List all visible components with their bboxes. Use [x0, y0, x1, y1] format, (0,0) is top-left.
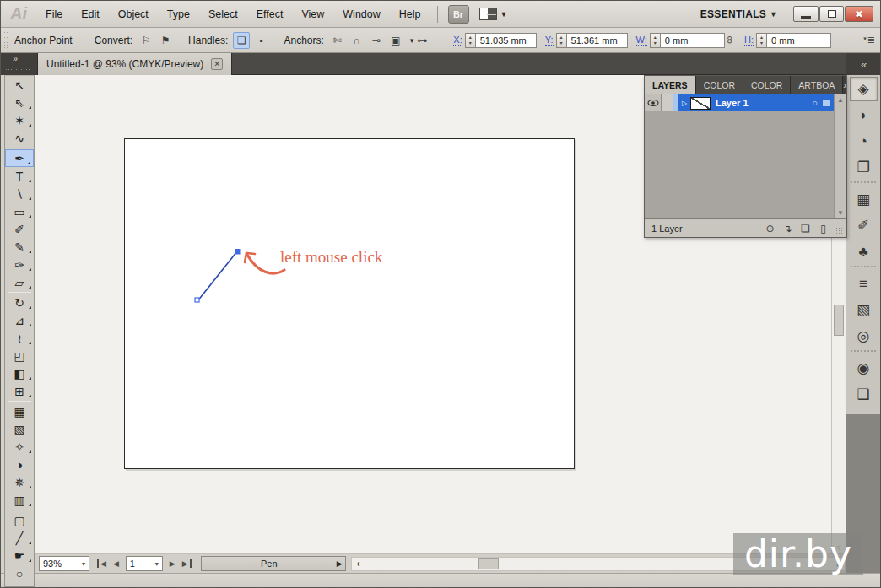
artboard-tool[interactable]: ▢: [5, 511, 34, 529]
new-sublayer-button[interactable]: ↴: [779, 223, 797, 235]
x-field[interactable]: 51.035 mm: [476, 33, 537, 48]
layer-name[interactable]: Layer 1: [716, 98, 749, 108]
menu-edit[interactable]: Edit: [72, 1, 109, 28]
minimize-button[interactable]: [793, 6, 819, 22]
w-field[interactable]: 0 mm: [661, 33, 725, 48]
arrange-documents-icon[interactable]: [479, 8, 497, 20]
new-layer-button[interactable]: ❏: [797, 223, 814, 235]
panel-tab-color[interactable]: COLOR: [743, 76, 791, 94]
selection-indicator[interactable]: [823, 100, 830, 106]
graphic-styles-panel-button[interactable]: ❑: [850, 382, 878, 407]
spin-up-icon[interactable]: ▴: [760, 35, 763, 40]
show-handles-icon[interactable]: ❏: [233, 32, 250, 49]
gradient-panel-button[interactable]: ▧: [850, 298, 878, 322]
horizontal-scrollbar-thumb[interactable]: [478, 558, 499, 569]
gradient-tool[interactable]: ▧: [5, 420, 34, 438]
first-artboard-button[interactable]: ◀: [97, 559, 110, 568]
selection-tool[interactable]: ↖: [5, 76, 34, 94]
launch-bridge-button[interactable]: Br: [448, 5, 469, 24]
scroll-up-icon[interactable]: ▲: [835, 96, 846, 104]
zoom-level-select[interactable]: 93% ▾: [39, 556, 89, 571]
spin-down-icon[interactable]: ▾: [760, 40, 763, 46]
type-tool[interactable]: T: [5, 167, 34, 185]
color-guide-panel-button[interactable]: ◔: [850, 129, 878, 154]
direct-selection-tool[interactable]: ⇖: [5, 94, 34, 111]
zoom-tool[interactable]: ○: [5, 564, 34, 582]
h-stepper[interactable]: ▴▾: [756, 33, 767, 48]
menu-type[interactable]: Type: [158, 1, 199, 28]
restore-button[interactable]: [819, 6, 844, 22]
spin-up-icon[interactable]: ▴: [469, 35, 472, 40]
swatches-panel-button[interactable]: ▦: [850, 187, 878, 212]
menu-object[interactable]: Object: [109, 1, 158, 28]
panel-tab-artboa[interactable]: ARTBOA: [791, 76, 843, 94]
mesh-tool[interactable]: ▦: [5, 402, 34, 420]
blob-brush-tool[interactable]: ✑: [5, 256, 34, 273]
isolate-selection-icon[interactable]: ▣: [387, 32, 404, 49]
paintbrush-tool[interactable]: ✐: [5, 220, 34, 238]
color-panel-button[interactable]: ◗: [850, 103, 878, 127]
layers-scrollbar[interactable]: ▲ ▼: [834, 94, 846, 218]
workspace-switcher[interactable]: ESSENTIALS ▼: [700, 8, 777, 20]
scale-tool[interactable]: ⊿: [5, 311, 34, 329]
scroll-down-icon[interactable]: ▼: [835, 209, 846, 217]
artboards-panel-button[interactable]: ❐: [850, 155, 878, 180]
pencil-tool[interactable]: ✎: [5, 238, 34, 256]
tab-overflow-icon[interactable]: »: [843, 79, 846, 91]
scroll-left-icon[interactable]: ‹: [352, 558, 365, 569]
hand-tool[interactable]: ☛: [5, 547, 34, 564]
document-tab[interactable]: Untitled-1 @ 93% (CMYK/Preview) ✕: [38, 53, 232, 75]
connect-endpoints-icon[interactable]: ⊸: [368, 32, 385, 49]
current-tool-status[interactable]: Pen ▶: [201, 556, 346, 571]
width-tool[interactable]: ≀: [5, 329, 34, 347]
symbols-panel-button[interactable]: ♣: [850, 240, 878, 264]
x-stepper[interactable]: ▴▾: [465, 33, 476, 48]
appearance-panel-button[interactable]: ◉: [850, 356, 878, 380]
eraser-tool[interactable]: ▱: [5, 273, 34, 291]
tab-close-button[interactable]: ✕: [211, 58, 223, 70]
lock-toggle[interactable]: [662, 94, 673, 111]
control-bar-grip[interactable]: [3, 31, 9, 50]
last-artboard-button[interactable]: ▶: [179, 559, 192, 568]
spin-up-icon[interactable]: ▴: [654, 35, 657, 40]
layer-row[interactable]: ▷ Layer 1 ○: [645, 94, 834, 111]
slice-tool[interactable]: ╱: [5, 529, 34, 547]
panel-tab-layers[interactable]: LAYERS: [645, 76, 696, 94]
spin-down-icon[interactable]: ▾: [560, 40, 563, 46]
y-field[interactable]: 51.361 mm: [567, 33, 628, 48]
panel-tab-color[interactable]: COLOR: [696, 76, 743, 94]
w-stepper[interactable]: ▴▾: [650, 33, 661, 48]
next-artboard-button[interactable]: ▶: [166, 559, 179, 568]
layers-panel-button[interactable]: ◈: [850, 77, 878, 101]
toolbox-drag-grip[interactable]: [5, 66, 30, 72]
hide-handles-icon[interactable]: ▪: [252, 32, 269, 49]
previous-artboard-button[interactable]: ◀: [110, 559, 122, 568]
menu-help[interactable]: Help: [390, 1, 430, 28]
magic-wand-tool[interactable]: ✶: [5, 111, 34, 129]
perspective-grid-tool[interactable]: ⊞: [5, 382, 34, 400]
spin-up-icon[interactable]: ▴: [560, 35, 563, 40]
make-clipping-mask-button[interactable]: ⊙: [761, 223, 779, 235]
toolbox-panel-header[interactable]: »: [1, 53, 38, 75]
column-graph-tool[interactable]: ▥: [5, 491, 34, 509]
visibility-toggle[interactable]: [645, 94, 662, 111]
eyedropper-tool[interactable]: ✧: [5, 438, 34, 456]
shape-builder-tool[interactable]: ◧: [5, 364, 34, 382]
pen-tool[interactable]: ✒: [5, 149, 34, 167]
spin-down-icon[interactable]: ▾: [469, 40, 472, 46]
brushes-panel-button[interactable]: ✐: [850, 213, 878, 238]
control-panel-menu-icon[interactable]: ▾ ≣: [863, 35, 875, 46]
y-stepper[interactable]: ▴▾: [556, 33, 567, 48]
spin-down-icon[interactable]: ▾: [654, 40, 657, 46]
blend-tool[interactable]: ◑: [5, 456, 34, 473]
collapse-toolbox-icon[interactable]: »: [13, 53, 16, 63]
stroke-panel-button[interactable]: ≡: [850, 272, 878, 296]
symbol-sprayer-tool[interactable]: ✵: [5, 473, 34, 491]
cut-path-icon[interactable]: ✄: [329, 32, 346, 49]
free-transform-tool[interactable]: ◰: [5, 347, 34, 364]
disclosure-triangle-icon[interactable]: ▷: [678, 100, 690, 107]
transparency-panel-button[interactable]: ◎: [850, 324, 878, 348]
measure-icon[interactable]: ⊶: [413, 32, 430, 49]
target-circle-icon[interactable]: ○: [812, 99, 818, 108]
menu-effect[interactable]: Effect: [247, 1, 293, 28]
